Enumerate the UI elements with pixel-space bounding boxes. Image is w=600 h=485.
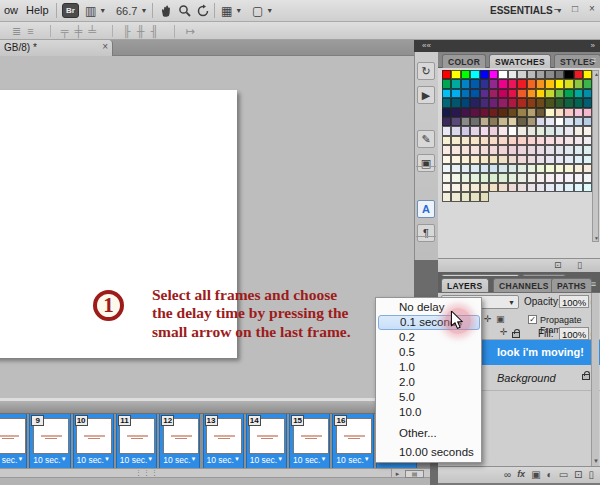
screen-mode-button[interactable]: ▢▼ bbox=[252, 2, 273, 19]
actions-icon[interactable]: ▶ bbox=[417, 86, 435, 104]
distribute-center-icon[interactable]: ╫ bbox=[137, 25, 145, 37]
convert-to-timeline-icon[interactable]: ▤ bbox=[405, 470, 424, 478]
animation-frame-partial[interactable]: 10 sec.▼ bbox=[0, 414, 27, 468]
close-tab-icon[interactable]: × bbox=[102, 41, 108, 52]
swatch[interactable] bbox=[470, 145, 479, 154]
swatch[interactable] bbox=[442, 79, 451, 88]
swatch[interactable] bbox=[461, 70, 470, 79]
swatch[interactable] bbox=[536, 145, 545, 154]
expand-panels-icon[interactable]: » bbox=[591, 41, 595, 50]
swatch[interactable] bbox=[564, 108, 573, 117]
swatch[interactable] bbox=[442, 136, 451, 145]
swatch[interactable] bbox=[583, 89, 592, 98]
swatch[interactable] bbox=[489, 155, 498, 164]
align-left-edges-icon[interactable]: ≣ bbox=[12, 25, 21, 38]
swatch[interactable] bbox=[583, 70, 592, 79]
swatch[interactable] bbox=[470, 173, 479, 182]
animation-frame-11[interactable]: 1110 sec.▼ bbox=[116, 414, 157, 468]
swatch[interactable] bbox=[470, 126, 479, 135]
unify-position-icon[interactable]: ✛ bbox=[484, 314, 492, 324]
swatch[interactable] bbox=[574, 136, 583, 145]
swatch[interactable] bbox=[442, 145, 451, 154]
swatch[interactable] bbox=[508, 98, 517, 107]
lock-all-icon[interactable] bbox=[512, 332, 520, 338]
swatch[interactable] bbox=[555, 126, 564, 135]
swatch[interactable] bbox=[564, 70, 573, 79]
swatch[interactable] bbox=[508, 79, 517, 88]
swatch[interactable] bbox=[527, 126, 536, 135]
swatch[interactable] bbox=[442, 155, 451, 164]
tab-paths[interactable]: PATHS bbox=[551, 278, 592, 292]
swatch[interactable] bbox=[461, 155, 470, 164]
swatch[interactable] bbox=[470, 164, 479, 173]
hand-tool-button[interactable] bbox=[159, 2, 173, 19]
swatch[interactable] bbox=[461, 117, 470, 126]
swatch[interactable] bbox=[489, 70, 498, 79]
swatch[interactable] bbox=[583, 79, 592, 88]
swatch[interactable] bbox=[527, 164, 536, 173]
clone-source-icon[interactable]: ▣ bbox=[417, 154, 435, 172]
frame-delay-label[interactable]: 10 sec.▼ bbox=[117, 455, 156, 465]
swatch[interactable] bbox=[451, 70, 460, 79]
swatch[interactable] bbox=[517, 183, 526, 192]
swatch[interactable] bbox=[536, 117, 545, 126]
swatch[interactable] bbox=[517, 98, 526, 107]
swatch[interactable] bbox=[498, 117, 507, 126]
swatch[interactable] bbox=[545, 136, 554, 145]
swatch[interactable] bbox=[470, 136, 479, 145]
swatch[interactable] bbox=[555, 145, 564, 154]
swatch[interactable] bbox=[480, 89, 489, 98]
swatch[interactable] bbox=[517, 70, 526, 79]
swatch[interactable] bbox=[461, 164, 470, 173]
distribute-right-icon[interactable]: ╢ bbox=[151, 25, 159, 37]
swatch[interactable] bbox=[489, 98, 498, 107]
swatch[interactable] bbox=[555, 155, 564, 164]
swatch[interactable] bbox=[470, 183, 479, 192]
swatch[interactable] bbox=[536, 164, 545, 173]
swatch[interactable] bbox=[564, 136, 573, 145]
swatch[interactable] bbox=[508, 117, 517, 126]
swatch[interactable] bbox=[536, 126, 545, 135]
swatch[interactable] bbox=[508, 183, 517, 192]
swatch[interactable] bbox=[517, 155, 526, 164]
swatch[interactable] bbox=[564, 89, 573, 98]
frame-delay-label[interactable]: 10 sec.▼ bbox=[247, 455, 286, 465]
swatch[interactable] bbox=[583, 173, 592, 182]
swatch[interactable] bbox=[555, 164, 564, 173]
panel-menu-icon[interactable]: ≡ bbox=[591, 279, 596, 289]
swatch[interactable] bbox=[451, 89, 460, 98]
swatch[interactable] bbox=[470, 70, 479, 79]
menu-window-cut[interactable]: ow bbox=[4, 4, 18, 16]
swatch[interactable] bbox=[508, 70, 517, 79]
arrange-documents-button[interactable]: ▦▼ bbox=[221, 2, 242, 19]
swatch[interactable] bbox=[583, 126, 592, 135]
swatch[interactable] bbox=[470, 108, 479, 117]
character-icon[interactable]: A bbox=[417, 200, 435, 218]
unify-visibility-icon[interactable]: ▣ bbox=[496, 314, 505, 324]
menu-item-2-0[interactable]: 2.0 bbox=[376, 375, 481, 390]
swatch[interactable] bbox=[517, 173, 526, 182]
swatch[interactable] bbox=[451, 126, 460, 135]
swatch[interactable] bbox=[574, 155, 583, 164]
swatch[interactable] bbox=[574, 117, 583, 126]
swatch[interactable] bbox=[555, 89, 564, 98]
swatch[interactable] bbox=[498, 70, 507, 79]
swatch[interactable] bbox=[442, 164, 451, 173]
swatch[interactable] bbox=[545, 164, 554, 173]
swatch[interactable] bbox=[489, 126, 498, 135]
collapse-panels-icon[interactable]: «« bbox=[422, 41, 431, 50]
swatch[interactable] bbox=[536, 70, 545, 79]
layer-style-icon[interactable]: fx bbox=[517, 469, 525, 480]
swatch[interactable] bbox=[451, 155, 460, 164]
swatch[interactable] bbox=[480, 70, 489, 79]
swatch[interactable] bbox=[480, 183, 489, 192]
swatch[interactable] bbox=[508, 126, 517, 135]
restore-button[interactable]: □ bbox=[568, 3, 582, 14]
swatch[interactable] bbox=[470, 117, 479, 126]
swatch[interactable] bbox=[498, 164, 507, 173]
scroll-down-icon[interactable]: ▼ bbox=[593, 458, 599, 464]
swatch[interactable] bbox=[508, 108, 517, 117]
fill-value[interactable]: 100% bbox=[559, 327, 589, 340]
swatch[interactable] bbox=[527, 183, 536, 192]
adjustment-layer-icon[interactable]: ◐ bbox=[547, 469, 553, 480]
